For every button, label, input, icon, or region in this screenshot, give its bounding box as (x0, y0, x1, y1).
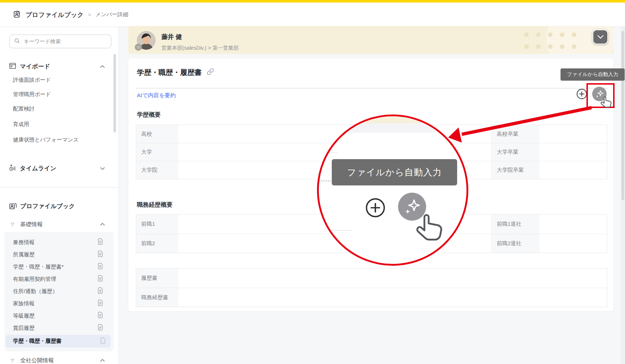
basic-info-label: 基礎情報 (20, 221, 43, 228)
profilebook-label: プロファイルブック (20, 202, 75, 210)
timeline-icon (9, 164, 17, 173)
ai-summary-link[interactable]: AIで内容を要約 (137, 92, 176, 99)
document-icon (98, 312, 103, 320)
collapse-header-button[interactable] (593, 30, 608, 44)
document-blank-icon (100, 337, 106, 345)
search-icon (14, 38, 20, 45)
hand-cursor-icon (599, 96, 612, 111)
magnified-hand-cursor-icon (413, 212, 443, 247)
breadcrumb-root[interactable]: プロファイルブック (26, 10, 84, 19)
document-icon (98, 263, 103, 271)
sidebar-item[interactable]: 学歴・職歴・履歴書* (13, 263, 110, 271)
chevron-up-icon[interactable] (100, 357, 105, 364)
field-label: 履歴書 (136, 269, 178, 288)
table-row: 職務経歴書 (136, 288, 607, 307)
app-header: プロファイルブック > メンバー詳細 (0, 3, 625, 27)
add-record-button[interactable] (576, 89, 587, 99)
sidebar-item-label: 所属履歴 (13, 251, 35, 258)
section-title: 学歴・職歴・履歴書 (137, 68, 214, 77)
chevron-up-icon[interactable] (100, 63, 105, 70)
sidebar-item[interactable]: 家族情報 (13, 300, 110, 307)
document-icon (98, 251, 103, 259)
sidebar-item[interactable]: 所属履歴 (13, 251, 110, 259)
sidebar-item-label: 学歴・職歴・履歴書* (13, 264, 64, 270)
documents-table: 履歴書職務経歴書 (136, 268, 607, 307)
profile-book-icon (13, 9, 22, 20)
sidebar-section-timeline[interactable]: タイムライン (9, 164, 110, 173)
field-label: 職務経歴書 (136, 288, 178, 307)
sidebar-item-selected[interactable]: 学歴・職歴・履歴書 (6, 335, 111, 347)
document-icon (98, 287, 103, 295)
star-badge-icon: ☆ (135, 44, 142, 51)
career-heading: 職務経歴概要 (137, 201, 173, 209)
magnified-add-record-button (365, 198, 385, 219)
board-icon (9, 62, 17, 71)
selected-item-label: 学歴・職歴・履歴書 (13, 338, 62, 345)
magnified-autofill-tooltip: ファイルから自動入力 (332, 159, 457, 185)
breadcrumb-current: メンバー詳細 (95, 11, 128, 18)
sidebar-item[interactable]: 評価面談ボード (13, 76, 103, 84)
sidebar-item[interactable]: 健康状態とパフォーマンス (13, 136, 103, 144)
field-value (540, 125, 607, 143)
sidebar-scrollbar[interactable] (113, 54, 116, 132)
document-icon (98, 324, 103, 332)
dotted-divider (136, 88, 607, 89)
sidebar-section-basic-info[interactable]: ▽ 基礎情報 (11, 220, 110, 229)
timeline-label: タイムライン (20, 165, 56, 172)
field-label: 大学 (136, 143, 178, 161)
app-window: プロファイルブック > メンバー詳細 マイボード 評価面談ボード管理職用ボード配… (0, 0, 625, 364)
field-value (178, 269, 607, 288)
sidebar-item[interactable]: 住所/通勤（履歴） (13, 287, 110, 295)
document-icon (98, 300, 103, 307)
field-label: 大学院 (136, 161, 178, 179)
field-value (540, 215, 607, 234)
sidebar-item-label: 家族情報 (13, 300, 35, 307)
education-heading: 学歴概要 (137, 111, 161, 119)
field-value (540, 161, 607, 179)
field-value (540, 234, 607, 253)
sidebar-item[interactable]: 有期雇用契約管理 (13, 275, 110, 283)
magnifier-callout: ファイルから自動入力 (317, 114, 468, 266)
profile-book-icon (9, 202, 17, 211)
sidebar-item[interactable]: 管理職用ボード (13, 90, 103, 98)
document-icon (98, 275, 103, 283)
breadcrumb-separator: > (88, 12, 91, 18)
page-scrollbar-thumb[interactable] (621, 31, 624, 200)
sidebar-divider (0, 187, 119, 188)
sidebar-section-myboard[interactable]: マイボード (9, 62, 110, 71)
search-box[interactable] (9, 35, 111, 48)
chevron-down-icon[interactable] (100, 165, 105, 172)
sidebar-item[interactable]: 賞罰履歴 (13, 324, 110, 332)
chevron-up-icon[interactable] (100, 221, 105, 228)
company-public-label: 全社公開情報 (20, 357, 54, 364)
link-icon[interactable] (207, 68, 214, 77)
sidebar-item-label: 兼務情報 (13, 239, 35, 246)
sidebar-section-profilebook[interactable]: プロファイルブック (9, 202, 110, 211)
sidebar-section-company-public[interactable]: ▽ 全社公開情報 (11, 356, 110, 364)
sidebar-item-label: 等級履歴 (13, 313, 35, 319)
sidebar-item[interactable]: 兼務情報 (13, 238, 110, 246)
sidebar-item-label: 有期雇用契約管理 (13, 276, 56, 283)
member-organization: 営業本部(salesDiv.) > 第一営業部 (161, 45, 238, 51)
sidebar-item-label: 住所/通勤（履歴） (13, 288, 58, 295)
field-label: 前職2退社 (491, 234, 540, 253)
autofill-tooltip: ファイルから自動入力 (561, 68, 625, 81)
field-label: 前職2 (136, 234, 178, 253)
triangle-down-icon: ▽ (11, 222, 14, 227)
search-input[interactable] (23, 38, 99, 45)
table-row: 履歴書 (136, 269, 607, 288)
field-label: 高校卒業 (491, 125, 540, 143)
sidebar-item[interactable]: 等級履歴 (13, 312, 110, 320)
sidebar-item[interactable]: 配置検討 (13, 105, 103, 113)
top-accent-bar (0, 0, 625, 3)
sidebar-item-label: 賞罰履歴 (13, 325, 35, 332)
field-label: 前職1退社 (491, 215, 540, 234)
field-label: 大学卒業 (491, 143, 540, 161)
myboard-label: マイボード (20, 63, 50, 71)
field-value (178, 288, 607, 307)
field-label: 高校 (136, 125, 178, 143)
triangle-down-icon: ▽ (11, 358, 14, 363)
sidebar-item[interactable]: 育成用 (13, 120, 103, 128)
field-value (540, 143, 607, 161)
member-name: 藤井 健 (161, 32, 182, 41)
